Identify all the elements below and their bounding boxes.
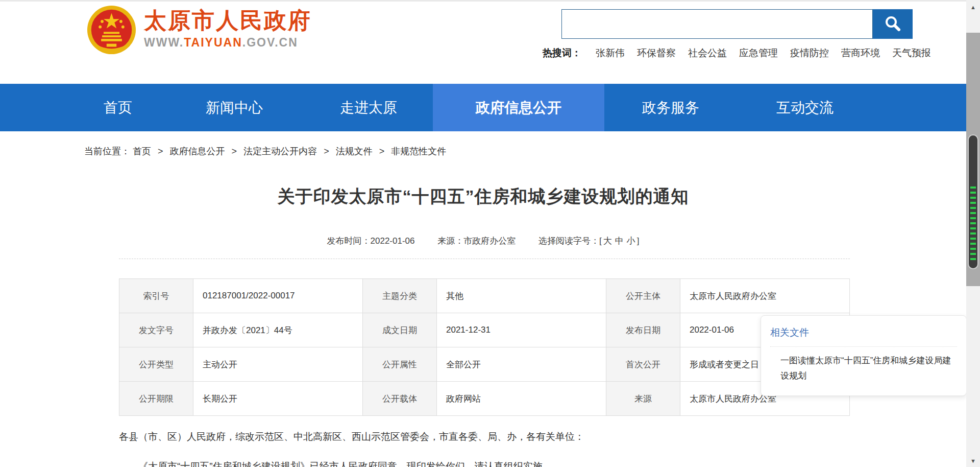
url-domain: TAIYUAN <box>184 36 242 49</box>
cell-label: 公开期限 <box>119 382 193 416</box>
scrollbar-down-arrow[interactable]: ▼ <box>966 456 980 466</box>
cell-value: 其他 <box>437 279 606 313</box>
font-size-small-button[interactable]: 小 <box>627 236 635 246</box>
nav-item-about-taiyuan[interactable]: 走进太原 <box>304 84 433 131</box>
scrollbar-progress-widget[interactable] <box>968 134 978 269</box>
article-paragraph: 《太原市“十四五”住房和城乡建设规划》已经市人民政府同意，现印发给你们，请认真组… <box>119 459 823 467</box>
table-row: 索引号 012187001/2022-00017 主题分类 其他 公开主体 太原… <box>119 279 850 313</box>
cell-label: 发布日期 <box>606 313 680 347</box>
search-bar <box>561 9 913 39</box>
publish-time-value: 2022-01-06 <box>371 236 415 246</box>
bracket-close: ] <box>637 236 640 246</box>
cell-label: 索引号 <box>119 279 193 313</box>
font-size-medium-button[interactable]: 中 <box>615 236 624 246</box>
cell-label: 首次公开 <box>606 347 680 382</box>
cell-label: 主题分类 <box>363 279 437 313</box>
cell-label: 公开载体 <box>363 382 437 416</box>
breadcrumb-non-normative[interactable]: 非规范性文件 <box>391 146 446 156</box>
font-size-label: 选择阅读字号： <box>538 236 599 246</box>
related-file-link[interactable]: 一图读懂太原市“十四五”住房和城乡建设局建设规划 <box>770 353 957 384</box>
breadcrumb-separator: > <box>158 146 163 156</box>
breadcrumb-separator: > <box>324 146 329 156</box>
table-row: 公开期限 长期公开 公开载体 政府网站 来源 太原市人民政府办公室 <box>119 382 850 416</box>
hot-search-label: 热搜词： <box>543 46 581 60</box>
breadcrumb: 当前位置： 首页 > 政府信息公开 > 法定主动公开内容 > 法规文件 > 非规… <box>84 145 446 157</box>
font-size-selector: 选择阅读字号：[大中小] <box>538 236 639 246</box>
cell-label: 来源 <box>606 382 680 416</box>
cell-label: 成文日期 <box>363 313 437 347</box>
breadcrumb-home[interactable]: 首页 <box>133 146 151 156</box>
hot-keyword[interactable]: 社会公益 <box>688 46 727 60</box>
nav-item-gov-info-active[interactable]: 政府信息公开 <box>433 84 604 131</box>
meta-divider <box>119 259 850 259</box>
nav-item-services[interactable]: 政务服务 <box>604 84 737 131</box>
url-suffix: .GOV.CN <box>242 36 298 49</box>
article-source: 来源：市政府办公室 <box>437 236 516 246</box>
search-button[interactable] <box>873 9 913 39</box>
site-logo[interactable]: 太原市人民政府 WWW.TAIYUAN.GOV.CN <box>87 5 342 56</box>
breadcrumb-gov-info[interactable]: 政府信息公开 <box>170 146 225 156</box>
publish-time-label: 发布时间： <box>327 236 371 246</box>
scrollbar-up-arrow[interactable]: ▲ <box>966 2 980 12</box>
article-paragraph: 各县（市、区）人民政府，综改示范区、中北高新区、西山示范区管委会，市直各委、局、… <box>119 429 823 445</box>
page-title: 关于印发太原市“十四五”住房和城乡建设规划的通知 <box>0 185 966 208</box>
cell-value: 全部公开 <box>437 347 606 382</box>
hot-search-row: 热搜词： 张新伟 环保督察 社会公益 应急管理 疫情防控 营商环境 天气预报 <box>543 46 943 60</box>
cell-value: 政府网站 <box>437 382 606 416</box>
cell-value: 012187001/2022-00017 <box>193 279 363 313</box>
nav-item-interaction[interactable]: 互动交流 <box>737 84 873 131</box>
breadcrumb-separator: > <box>232 146 237 156</box>
nav-spacer <box>0 84 71 131</box>
hot-keyword[interactable]: 营商环境 <box>841 46 880 60</box>
site-url: WWW.TAIYUAN.GOV.CN <box>144 36 312 50</box>
publish-time: 发布时间：2022-01-06 <box>327 236 415 246</box>
scrollbar-stripes <box>970 186 976 262</box>
cell-value: 太原市人民政府办公室 <box>680 279 850 313</box>
source-label: 来源： <box>437 236 463 246</box>
vertical-scrollbar: ▲ ▼ <box>966 0 980 467</box>
hot-keyword[interactable]: 应急管理 <box>739 46 778 60</box>
search-input[interactable] <box>561 9 873 39</box>
url-www: WWW. <box>144 36 184 49</box>
source-value: 市政府办公室 <box>463 236 516 246</box>
font-size-large-button[interactable]: 大 <box>603 236 612 246</box>
cell-value: 2021-12-31 <box>437 313 606 347</box>
article-meta: 发布时间：2022-01-06 来源：市政府办公室 选择阅读字号：[大中小] <box>0 235 966 247</box>
breadcrumb-legal-disclosure[interactable]: 法定主动公开内容 <box>243 146 317 156</box>
page: 太原市人民政府 WWW.TAIYUAN.GOV.CN 热搜词： 张新伟 环保督察… <box>0 0 980 467</box>
nav-item-news[interactable]: 新闻中心 <box>164 84 304 131</box>
bracket-open: [ <box>599 236 602 246</box>
search-icon <box>884 15 901 33</box>
document-info-table: 索引号 012187001/2022-00017 主题分类 其他 公开主体 太原… <box>119 278 850 416</box>
hot-keyword[interactable]: 张新伟 <box>596 46 625 60</box>
site-title: 太原市人民政府 <box>144 7 312 34</box>
hot-keyword[interactable]: 疫情防控 <box>790 46 829 60</box>
cell-label: 公开类型 <box>119 347 193 382</box>
national-emblem-icon <box>87 5 136 55</box>
main-nav: 首页 新闻中心 走进太原 政府信息公开 政务服务 互动交流 <box>0 84 980 131</box>
cell-value: 主动公开 <box>193 347 363 382</box>
brand-text: 太原市人民政府 WWW.TAIYUAN.GOV.CN <box>144 7 312 50</box>
breadcrumb-regulations[interactable]: 法规文件 <box>336 146 373 156</box>
cell-label: 公开主体 <box>606 279 680 313</box>
related-files-title: 相关文件 <box>770 326 957 339</box>
breadcrumb-label: 当前位置： <box>84 146 130 156</box>
hot-keyword[interactable]: 环保督察 <box>637 46 676 60</box>
related-files-divider <box>770 346 957 347</box>
cell-label: 发文字号 <box>119 313 193 347</box>
hot-keyword[interactable]: 天气预报 <box>892 46 931 60</box>
cell-label: 公开属性 <box>363 347 437 382</box>
cell-value: 长期公开 <box>193 382 363 416</box>
nav-item-home[interactable]: 首页 <box>71 84 164 131</box>
breadcrumb-separator: > <box>379 146 385 156</box>
table-row: 公开类型 主动公开 公开属性 全部公开 首次公开 形成或者变更之日 <box>119 347 850 382</box>
cell-value: 并政办发〔2021〕44号 <box>193 313 363 347</box>
site-header: 太原市人民政府 WWW.TAIYUAN.GOV.CN 热搜词： 张新伟 环保督察… <box>0 2 966 84</box>
related-files-panel: 相关文件 一图读懂太原市“十四五”住房和城乡建设局建设规划 <box>761 315 967 396</box>
table-row: 发文字号 并政办发〔2021〕44号 成文日期 2021-12-31 发布日期 … <box>119 313 850 347</box>
